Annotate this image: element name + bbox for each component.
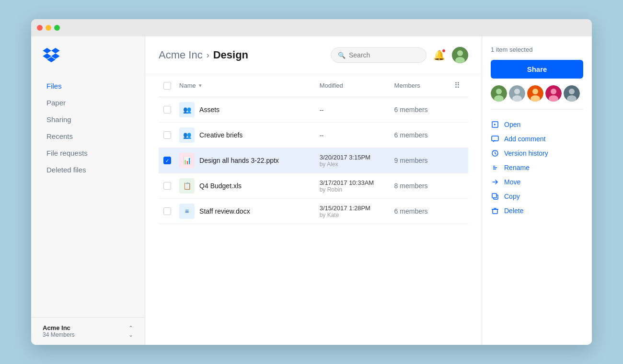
row-checkbox[interactable]: ✓ [163, 157, 171, 164]
notification-dot [442, 49, 446, 53]
file-name-cell: ≡ Staff review.docx [175, 199, 316, 224]
file-members-cell: 8 members [391, 173, 450, 199]
table-row[interactable]: 👥 Creative briefs -- 6 members [159, 123, 468, 148]
action-label: Version history [504, 149, 548, 157]
row-checkbox[interactable] [163, 106, 171, 114]
table-row[interactable]: 📋 Q4 Budget.xls 3/17/2017 10:33AM by Rob… [159, 173, 468, 199]
members-count: 6 members [394, 207, 428, 215]
svg-point-7 [514, 89, 520, 94]
file-list-body: 👥 Assets -- 6 members 👥 Creative briefs … [159, 97, 468, 224]
breadcrumb: Acme Inc › Design [159, 49, 248, 61]
file-actions-cell [450, 123, 468, 148]
action-rename[interactable]: Rename [491, 160, 583, 175]
sidebar-item-sharing[interactable]: Sharing [35, 112, 141, 127]
svg-point-16 [569, 89, 575, 94]
name-column-header: Name ▼ [175, 74, 316, 97]
action-add-comment[interactable]: Add comment [491, 132, 583, 146]
table-row[interactable]: ≡ Staff review.docx 3/15/2017 1:28PM by … [159, 199, 468, 224]
member-avatar[interactable] [527, 85, 543, 102]
maximize-button[interactable] [54, 25, 60, 31]
actions-column-header: ⠿ [450, 74, 468, 97]
file-modified-cell: -- [316, 123, 391, 148]
file-members-cell: 6 members [391, 97, 450, 123]
svg-point-13 [551, 89, 556, 94]
chevron-updown-icon[interactable]: ⌃⌄ [128, 325, 133, 338]
modified-by: by Robin [320, 186, 387, 193]
member-avatars [491, 85, 583, 102]
row-checkbox-cell [159, 123, 175, 148]
file-type-icon: 👥 [179, 127, 195, 143]
sidebar-logo [31, 48, 145, 78]
close-button[interactable] [37, 25, 43, 31]
view-toggle-icon[interactable]: ⠿ [454, 81, 460, 90]
members-count: 6 members [394, 131, 428, 139]
action-label: Delete [504, 207, 523, 215]
user-avatar-image [452, 47, 468, 63]
member-avatar[interactable] [509, 85, 525, 102]
file-actions-cell [450, 173, 468, 199]
header-right: 🔍 🔔 [331, 47, 468, 63]
file-modified-cell: 3/20/2017 3:15PM by Alex [316, 148, 391, 173]
member-avatar[interactable] [491, 85, 507, 102]
members-count: 9 members [394, 157, 428, 164]
row-checkbox[interactable] [163, 182, 171, 190]
row-checkbox[interactable] [163, 207, 171, 215]
minimize-button[interactable] [46, 25, 51, 31]
action-copy[interactable]: Copy [491, 189, 583, 204]
row-checkbox-cell [159, 97, 175, 123]
modified-date: -- [320, 106, 387, 114]
file-name-cell: 👥 Creative briefs [175, 123, 316, 148]
sidebar-item-files[interactable]: Files [35, 78, 141, 94]
action-open[interactable]: Open [491, 117, 583, 132]
action-label: Open [504, 121, 520, 128]
modified-by: by Kate [320, 212, 387, 218]
row-checkbox-cell [159, 173, 175, 199]
action-move[interactable]: Move [491, 175, 583, 189]
action-label: Copy [504, 193, 520, 200]
copy-icon [491, 192, 499, 201]
sidebar-item-deleted-files[interactable]: Deleted files [35, 162, 141, 178]
file-name: Creative briefs [199, 131, 242, 139]
members-count: 8 members [394, 182, 428, 190]
sidebar-item-recents[interactable]: Recents [35, 128, 141, 144]
sidebar-nav: Files Paper Sharing Recents File request… [31, 78, 145, 317]
comment-icon [491, 135, 499, 143]
sidebar-item-file-requests[interactable]: File requests [35, 145, 141, 161]
file-type-icon: ≡ [179, 204, 195, 219]
notification-button[interactable]: 🔔 [433, 49, 445, 61]
svg-rect-26 [493, 209, 497, 214]
file-name-cell: 👥 Assets [175, 97, 316, 123]
row-checkbox-cell: ✓ [159, 148, 175, 173]
file-actions-cell [450, 148, 468, 173]
table-row[interactable]: 👥 Assets -- 6 members [159, 97, 468, 123]
file-modified-cell: -- [316, 97, 391, 123]
file-members-cell: 6 members [391, 123, 450, 148]
file-name-cell: 📋 Q4 Budget.xls [175, 173, 316, 199]
sidebar-item-paper[interactable]: Paper [35, 95, 141, 111]
members-column-header: Members [391, 74, 450, 97]
table-header-row: Name ▼ Modified Members ⠿ [159, 74, 468, 97]
members-count: 6 members [394, 106, 428, 114]
search-input[interactable] [349, 51, 419, 59]
table-row[interactable]: ✓ 📊 Design all hands 3-22.pptx 3/20/2017… [159, 148, 468, 173]
main-content: Acme Inc › Design 🔍 🔔 [145, 36, 482, 345]
action-delete[interactable]: Delete [491, 204, 583, 218]
select-all-checkbox[interactable] [163, 82, 171, 90]
action-list: Open Add comment Version history Rename … [491, 117, 583, 218]
action-label: Add comment [504, 135, 545, 143]
traffic-lights [37, 25, 60, 31]
action-label: Rename [504, 164, 530, 171]
file-name-cell: 📊 Design all hands 3-22.pptx [175, 148, 316, 173]
user-avatar[interactable] [452, 47, 468, 63]
file-type-icon: 📊 [179, 153, 195, 168]
app-window: Files Paper Sharing Recents File request… [31, 19, 592, 345]
member-avatar[interactable] [564, 85, 580, 102]
main-header: Acme Inc › Design 🔍 🔔 [145, 36, 482, 74]
search-box[interactable]: 🔍 [331, 47, 427, 63]
member-avatar[interactable] [545, 85, 562, 102]
share-button[interactable]: Share [491, 60, 583, 79]
titlebar [31, 19, 592, 36]
window-body: Files Paper Sharing Recents File request… [31, 36, 592, 345]
action-version-history[interactable]: Version history [491, 146, 583, 160]
row-checkbox[interactable] [163, 131, 171, 139]
